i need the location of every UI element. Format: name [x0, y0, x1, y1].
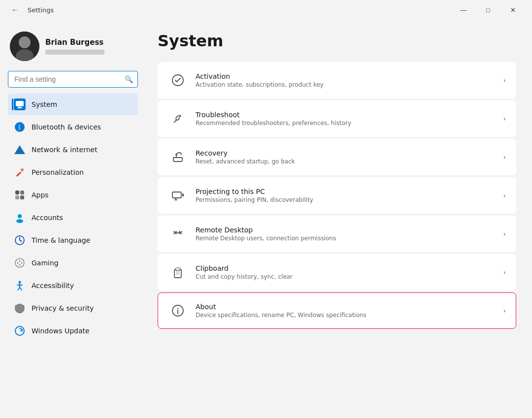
- svg-rect-12: [20, 191, 24, 194]
- projecting-subtitle: Permissions, pairing PIN, discoverabilit…: [196, 196, 503, 203]
- search-input[interactable]: [8, 71, 138, 88]
- clipboard-subtitle: Cut and copy history, sync, clear: [196, 273, 503, 280]
- svg-point-21: [17, 262, 19, 264]
- troubleshoot-icon: [168, 109, 188, 129]
- sidebar-item-label: Accessibility: [32, 282, 74, 289]
- chevron-icon: ›: [503, 153, 506, 161]
- clipboard-text: Clipboard Cut and copy history, sync, cl…: [196, 264, 503, 280]
- sidebar-item-update[interactable]: Windows Update: [8, 320, 138, 342]
- svg-point-50: [177, 308, 179, 309]
- svg-rect-34: [172, 192, 181, 198]
- svg-point-30: [15, 326, 24, 335]
- app-body: Brian Burgess 🔍 System: [0, 20, 532, 418]
- activation-title: Activation: [196, 72, 503, 80]
- svg-point-24: [19, 264, 21, 266]
- svg-point-1: [19, 36, 31, 48]
- sidebar-item-network[interactable]: Network & internet: [8, 139, 138, 161]
- settings-item-about[interactable]: About Device specifications, rename PC, …: [158, 292, 516, 329]
- projecting-icon: [168, 186, 188, 205]
- svg-point-20: [15, 258, 24, 267]
- remote-desktop-icon: [168, 224, 188, 244]
- remote-desktop-text: Remote Desktop Remote Desktop users, con…: [196, 226, 503, 242]
- sidebar-item-label: Time & language: [32, 236, 90, 244]
- sidebar-item-accessibility[interactable]: Accessibility: [8, 275, 138, 296]
- settings-list: Activation Activation state, subscriptio…: [158, 62, 516, 329]
- about-subtitle: Device specifications, rename PC, Window…: [196, 312, 503, 319]
- sidebar-item-label: Windows Update: [32, 327, 90, 335]
- sidebar-item-accounts[interactable]: Accounts: [8, 207, 138, 228]
- svg-point-15: [18, 214, 22, 218]
- sidebar-item-label: Accounts: [32, 214, 63, 222]
- activation-subtitle: Activation state, subscriptions, product…: [196, 81, 503, 88]
- projecting-text: Projecting to this PC Permissions, pairi…: [196, 188, 503, 203]
- svg-rect-32: [173, 158, 182, 161]
- remote-desktop-subtitle: Remote Desktop users, connection permiss…: [196, 235, 503, 242]
- sidebar-item-personalization[interactable]: Personalization: [8, 161, 138, 183]
- app-title: Settings: [28, 6, 446, 14]
- update-icon: [14, 325, 26, 337]
- svg-point-16: [16, 219, 23, 223]
- minimize-button[interactable]: —: [452, 2, 475, 18]
- chevron-icon: ›: [503, 76, 506, 84]
- sidebar-item-apps[interactable]: Apps: [8, 184, 138, 206]
- svg-rect-13: [15, 195, 19, 199]
- svg-rect-9: [16, 171, 22, 177]
- svg-rect-45: [176, 268, 180, 270]
- activation-icon: [168, 70, 188, 90]
- sidebar-item-time[interactable]: Time & language: [8, 229, 138, 251]
- svg-text:ᛒ: ᛒ: [18, 124, 22, 131]
- privacy-icon: [14, 302, 26, 314]
- back-button[interactable]: ←: [8, 3, 22, 17]
- maximize-button[interactable]: □: [477, 2, 499, 18]
- projecting-title: Projecting to this PC: [196, 188, 503, 195]
- svg-point-23: [19, 260, 21, 262]
- settings-item-activation[interactable]: Activation Activation state, subscriptio…: [158, 62, 516, 98]
- recovery-subtitle: Reset, advanced startup, go back: [196, 158, 503, 165]
- bluetooth-icon: ᛒ: [14, 121, 26, 133]
- settings-item-remote-desktop[interactable]: Remote Desktop Remote Desktop users, con…: [158, 216, 516, 252]
- about-text: About Device specifications, rename PC, …: [196, 303, 503, 319]
- user-name: Brian Burgess: [45, 38, 104, 47]
- window-controls: — □ ✕: [452, 2, 524, 18]
- clipboard-title: Clipboard: [196, 264, 503, 272]
- sidebar-item-label: Bluetooth & devices: [32, 123, 101, 131]
- sidebar-item-bluetooth[interactable]: ᛒ Bluetooth & devices: [8, 116, 138, 138]
- avatar: [10, 32, 39, 61]
- time-icon: [14, 234, 26, 246]
- svg-point-22: [21, 262, 23, 264]
- svg-rect-35: [182, 193, 184, 196]
- sidebar-item-label: Apps: [32, 191, 49, 199]
- settings-item-recovery[interactable]: Recovery Reset, advanced startup, go bac…: [158, 139, 516, 175]
- troubleshoot-text: Troubleshoot Recommended troubleshooters…: [196, 111, 503, 127]
- clipboard-icon: [168, 262, 188, 282]
- close-button[interactable]: ✕: [501, 2, 524, 18]
- sidebar-item-label: Gaming: [32, 259, 59, 267]
- chevron-icon: ›: [503, 115, 506, 123]
- svg-point-33: [175, 154, 177, 156]
- search-box: 🔍: [8, 71, 138, 88]
- svg-rect-3: [16, 101, 24, 106]
- user-subtitle: [45, 50, 104, 55]
- activation-text: Activation Activation state, subscriptio…: [196, 72, 503, 88]
- gaming-icon: [14, 257, 26, 269]
- sidebar-item-system[interactable]: System: [8, 94, 138, 115]
- troubleshoot-subtitle: Recommended troubleshooters, preferences…: [196, 120, 503, 127]
- chevron-icon: ›: [503, 192, 506, 199]
- sidebar-item-label: Personalization: [32, 168, 84, 176]
- settings-item-projecting[interactable]: Projecting to this PC Permissions, pairi…: [158, 177, 516, 214]
- recovery-title: Recovery: [196, 149, 503, 157]
- svg-point-10: [21, 168, 24, 171]
- troubleshoot-title: Troubleshoot: [196, 111, 503, 119]
- user-info: Brian Burgess: [45, 38, 104, 55]
- sidebar-item-privacy[interactable]: Privacy & security: [8, 297, 138, 319]
- sidebar-item-label: Privacy & security: [32, 304, 94, 312]
- settings-item-clipboard[interactable]: Clipboard Cut and copy history, sync, cl…: [158, 254, 516, 290]
- svg-marker-8: [14, 145, 25, 154]
- svg-rect-11: [15, 191, 19, 194]
- settings-item-troubleshoot[interactable]: Troubleshoot Recommended troubleshooters…: [158, 100, 516, 137]
- sidebar-nav: System ᛒ Bluetooth & devices: [4, 94, 142, 342]
- chevron-icon: ›: [503, 230, 506, 238]
- network-icon: [14, 144, 26, 156]
- sidebar-item-gaming[interactable]: Gaming: [8, 252, 138, 274]
- sidebar: Brian Burgess 🔍 System: [4, 24, 142, 414]
